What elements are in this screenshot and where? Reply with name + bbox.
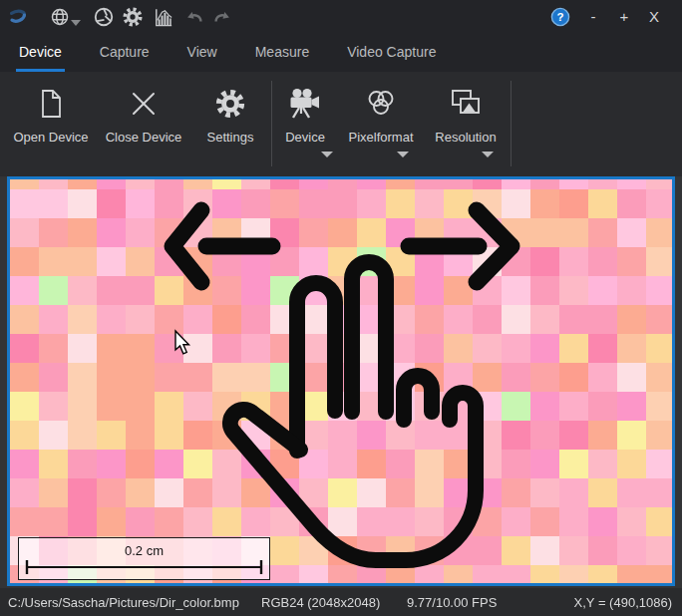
tab-device[interactable]: Device (16, 34, 65, 72)
image-viewport[interactable]: 0.2 cm (7, 176, 675, 586)
histogram-icon[interactable] (151, 5, 174, 29)
globe-icon[interactable] (48, 5, 72, 29)
tab-video-capture[interactable]: Video Capture (344, 34, 439, 72)
gear-icon[interactable] (121, 5, 145, 29)
gesture-overlay (10, 179, 672, 583)
maximize-button[interactable]: + (613, 6, 635, 28)
settings-gear-icon (214, 85, 246, 123)
ribbon-separator (271, 81, 272, 166)
chevron-down-icon[interactable] (321, 152, 333, 157)
app-window: ? - + X Device Capture View Measure Vide… (0, 0, 682, 616)
scale-bar-label: 0.2 cm (19, 543, 269, 558)
open-device-document-icon (36, 85, 66, 123)
scale-bar: 0.2 cm (18, 537, 270, 580)
help-glyph: ? (556, 11, 563, 23)
left-arrow-icon (172, 210, 272, 282)
resolution-dropdown-button[interactable]: Resolution (425, 72, 507, 157)
status-coordinates: X,Y = (490,1086) (574, 595, 672, 610)
ribbon-separator (511, 81, 512, 166)
video-camera-icon (286, 85, 324, 123)
status-pixel-format: RGB24 (2048x2048) (261, 595, 380, 610)
chevron-down-icon[interactable] (482, 152, 494, 157)
tab-capture[interactable]: Capture (97, 34, 153, 72)
status-bar: C:/Users/Sascha/Pictures/Dir_color.bmp R… (0, 588, 682, 616)
close-device-x-icon (129, 85, 159, 123)
chevron-down-icon[interactable] (71, 20, 81, 26)
settings-button[interactable]: Settings (191, 72, 269, 145)
shutter-icon[interactable] (92, 5, 116, 29)
minimize-button[interactable]: - (582, 6, 604, 28)
right-arrow-icon (409, 210, 512, 282)
ribbon-tab-bar: Device Capture View Measure Video Captur… (0, 34, 682, 72)
tab-view[interactable]: View (184, 34, 220, 72)
pixelformat-dropdown-button[interactable]: Pixelformat (337, 72, 425, 157)
rgb-circles-icon (364, 85, 398, 123)
mouse-cursor-icon (175, 331, 188, 354)
status-fps: 9.77/10.00 FPS (407, 595, 497, 610)
ribbon: Open Device Close Device (0, 72, 682, 176)
close-device-button[interactable]: Close Device (96, 72, 191, 145)
scale-bar-line (19, 558, 269, 576)
close-button[interactable]: X (643, 6, 665, 28)
redo-icon[interactable] (210, 5, 234, 29)
status-file-path: C:/Users/Sascha/Pictures/Dir_color.bmp (8, 595, 239, 610)
two-finger-swipe-gesture-icon (230, 262, 476, 560)
title-bar[interactable]: ? - + X (0, 0, 682, 34)
tab-measure[interactable]: Measure (252, 34, 312, 72)
images-icon (448, 85, 484, 123)
app-logo-icon (6, 5, 30, 29)
help-button[interactable]: ? (550, 7, 570, 27)
device-dropdown-button[interactable]: Device (273, 72, 337, 157)
open-device-button[interactable]: Open Device (6, 72, 96, 145)
undo-icon[interactable] (182, 5, 206, 29)
chevron-down-icon[interactable] (397, 152, 409, 157)
